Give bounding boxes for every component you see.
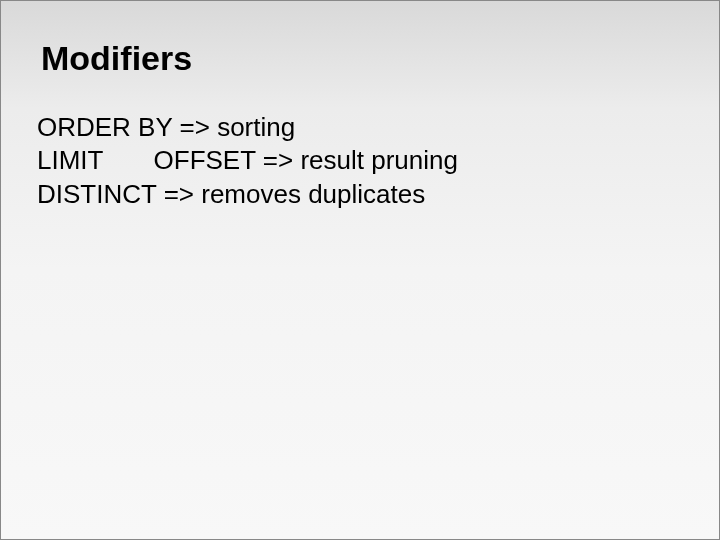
slide-body: ORDER BY => sorting LIMIT OFFSET => resu… [37, 111, 458, 211]
body-line-2: LIMIT OFFSET => result pruning [37, 144, 458, 177]
body-line-1: ORDER BY => sorting [37, 111, 458, 144]
slide: Modifiers ORDER BY => sorting LIMIT OFFS… [0, 0, 720, 540]
slide-title: Modifiers [41, 39, 192, 78]
body-line-3: DISTINCT => removes duplicates [37, 178, 458, 211]
